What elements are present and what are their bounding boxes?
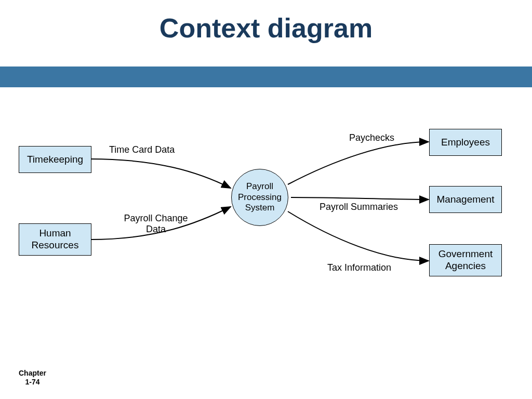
entity-human-resources: Human Resources [19,223,91,256]
entity-label: Government Agencies [432,248,499,272]
context-diagram: Timekeeping Human Resources Payroll Proc… [0,88,532,358]
flow-label-payroll-change-data: Payroll Change Data [114,213,197,235]
flow-label-tax-information: Tax Information [327,262,391,273]
accent-bar [0,66,532,87]
footer-line2: 1-74 [19,378,46,387]
process-payroll-system: Payroll Processing System [231,169,288,226]
entity-management: Management [429,186,502,213]
entity-government-agencies: Government Agencies [429,244,502,276]
footer-chapter: Chapter 1-74 [19,369,46,387]
page-title: Context diagram [0,0,532,44]
flow-label-paychecks: Paychecks [349,132,394,143]
process-label: Payroll Processing System [232,181,288,213]
flow-label-time-card-data: Time Card Data [109,144,175,155]
flow-label-payroll-summaries: Payroll Summaries [320,202,398,212]
entity-label: Employees [441,137,490,149]
entity-timekeeping: Timekeeping [19,146,91,173]
entity-label: Human Resources [21,228,89,251]
entity-employees: Employees [429,129,502,156]
entity-label: Management [437,194,495,206]
footer-line1: Chapter [19,369,46,378]
entity-label: Timekeeping [27,154,83,166]
